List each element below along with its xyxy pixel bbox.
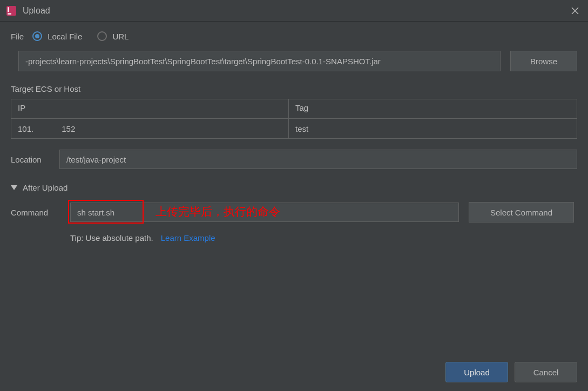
radio-url-label: URL: [112, 32, 129, 41]
column-tag-header: Tag: [289, 99, 577, 118]
radio-icon: [97, 31, 107, 41]
footer: Upload Cancel: [445, 362, 577, 382]
window-title: Upload: [23, 6, 50, 16]
command-input[interactable]: [70, 203, 459, 222]
radio-url[interactable]: URL: [97, 31, 129, 41]
tip-row: Tip: Use absolute path. Learn Example: [70, 233, 577, 242]
file-source-row: File Local File URL: [11, 31, 577, 41]
svg-rect-2: [8, 13, 11, 14]
svg-rect-1: [8, 7, 9, 12]
command-row: Command 上传完毕后，执行的命令 Select Command: [11, 202, 577, 223]
file-label: File: [11, 32, 24, 41]
title-bar: Upload: [0, 0, 588, 22]
table-header: IP Tag: [11, 99, 577, 119]
after-upload-header[interactable]: After Upload: [11, 183, 577, 192]
ip-redacted: [35, 123, 60, 134]
file-source-radio-group: Local File URL: [32, 31, 129, 41]
browse-button[interactable]: Browse: [510, 51, 577, 71]
collapse-icon: [11, 185, 17, 190]
table-row[interactable]: 101.152 test: [11, 119, 577, 138]
cancel-button[interactable]: Cancel: [515, 362, 577, 382]
after-upload-label: After Upload: [23, 183, 67, 192]
close-button[interactable]: [570, 5, 580, 16]
app-icon: [6, 6, 16, 16]
radio-icon: [32, 31, 42, 41]
upload-button[interactable]: Upload: [445, 362, 508, 382]
column-ip-header: IP: [11, 99, 289, 118]
location-label: Location: [11, 155, 49, 164]
cell-ip: 101.152: [11, 119, 289, 138]
file-path-row: Browse: [11, 51, 577, 71]
radio-local-file[interactable]: Local File: [32, 31, 82, 41]
select-command-button[interactable]: Select Command: [469, 202, 574, 223]
radio-local-file-label: Local File: [48, 32, 82, 41]
target-label: Target ECS or Host: [11, 84, 577, 93]
ip-suffix: 152: [62, 124, 75, 133]
location-row: Location: [11, 150, 577, 169]
command-input-wrap: 上传完毕后，执行的命令 Select Command: [70, 202, 577, 223]
file-path-input[interactable]: [18, 51, 501, 71]
learn-example-link[interactable]: Learn Example: [161, 233, 215, 242]
cell-tag: test: [289, 119, 577, 138]
target-table: IP Tag 101.152 test: [11, 99, 577, 139]
ip-prefix: 101.: [18, 124, 33, 133]
command-label: Command: [11, 208, 59, 217]
content-area: File Local File URL Browse Target ECS or…: [0, 22, 588, 252]
location-input[interactable]: [59, 150, 577, 169]
tip-text: Tip: Use absolute path.: [70, 233, 153, 242]
